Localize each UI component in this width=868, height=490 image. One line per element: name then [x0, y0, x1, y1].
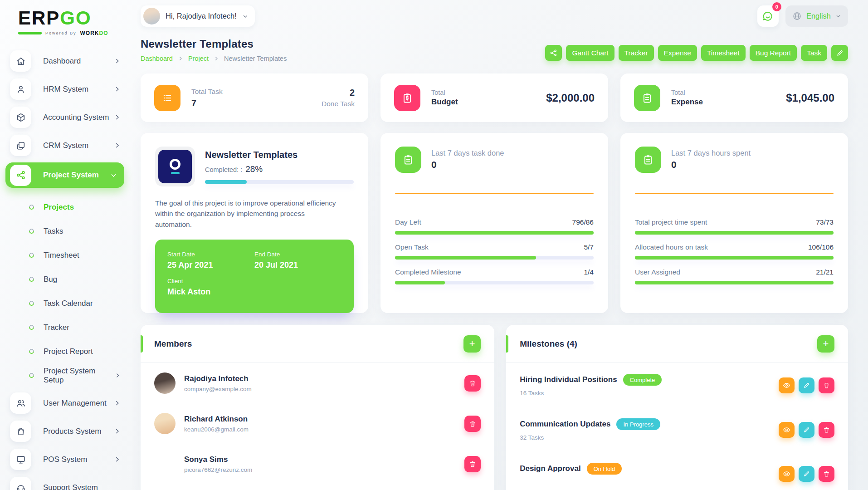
- hours-stats-card: Last 7 days hours spent 0 Total project …: [620, 133, 848, 313]
- project-progress-bar: [205, 180, 354, 184]
- delete-member-button[interactable]: [464, 416, 481, 432]
- view-milestone-button[interactable]: [779, 422, 795, 438]
- trash-icon: [823, 470, 830, 477]
- edit-milestone-button[interactable]: [799, 377, 814, 393]
- project-system-submenu: Projects Tasks Timesheet Bug Task Calend…: [10, 192, 124, 392]
- sidebar-item-hrm[interactable]: HRM System: [10, 78, 124, 100]
- breadcrumb-dashboard[interactable]: Dashboard: [141, 55, 173, 62]
- brand-wordmark: ERPGO: [18, 7, 132, 29]
- card-accent: [141, 335, 143, 353]
- total-task-value: 7: [191, 98, 223, 108]
- milestone-task-count: 32 Tasks: [520, 434, 660, 441]
- sidebar-item-pos-system[interactable]: POS System: [10, 448, 124, 470]
- edit-project-button[interactable]: [831, 45, 848, 61]
- edit-milestone-button[interactable]: [799, 466, 814, 482]
- add-milestone-button[interactable]: +: [817, 335, 834, 353]
- brand-logo[interactable]: ERPGO Powered By WORKDO: [18, 7, 132, 36]
- progress-row: Total project time spent 73/73: [635, 218, 834, 235]
- hours-chart-title: Last 7 days hours spent: [671, 149, 751, 157]
- cube-icon: [10, 107, 31, 128]
- eye-icon: [783, 426, 790, 434]
- members-card: Members + Rajodiya Infotech company@exam…: [141, 325, 494, 490]
- members-title: Members: [154, 339, 192, 349]
- share-nodes-icon: [10, 165, 31, 186]
- pencil-icon: [803, 382, 810, 389]
- chevron-right-icon: [114, 400, 121, 407]
- completed-value: 28%: [245, 164, 263, 174]
- workdo-wordmark: WORKDO: [80, 30, 108, 36]
- sidebar-item-project-system-setup[interactable]: Project System Setup: [29, 363, 124, 387]
- gantt-chart-button[interactable]: Gantt Chart: [566, 45, 614, 61]
- done-task-value: 2: [322, 88, 355, 98]
- trash-icon: [469, 420, 476, 427]
- delete-member-button[interactable]: [464, 456, 481, 472]
- user-avatar: [143, 8, 160, 24]
- pencil-icon: [836, 49, 844, 57]
- trash-icon: [469, 461, 476, 468]
- client-label: Client: [167, 278, 341, 284]
- status-badge: On Hold: [587, 463, 622, 475]
- member-row: Rajodiya Infotech company@example.com: [154, 363, 481, 403]
- delete-milestone-button[interactable]: [819, 377, 834, 393]
- view-milestone-button[interactable]: [779, 466, 795, 482]
- end-date-value: 20 Jul 2021: [254, 260, 341, 270]
- add-member-button[interactable]: +: [463, 335, 481, 353]
- sidebar-item-support-system[interactable]: Support System: [10, 476, 124, 490]
- expense-button[interactable]: Expense: [658, 45, 697, 61]
- messages-button[interactable]: 0: [757, 5, 779, 27]
- bug-report-button[interactable]: Bug Report: [750, 45, 797, 61]
- task-chart-title: Last 7 days task done: [431, 149, 504, 157]
- sidebar-item-crm[interactable]: CRM System: [10, 134, 124, 157]
- bullet-icon: [28, 348, 35, 355]
- chevron-right-icon: [114, 142, 121, 149]
- sidebar-item-user-management[interactable]: User Management: [10, 392, 124, 414]
- sidebar-item-timesheet[interactable]: Timesheet: [29, 243, 124, 267]
- notification-badge: 0: [772, 2, 781, 11]
- task-chart-line: [395, 193, 594, 194]
- delete-member-button[interactable]: [464, 375, 481, 392]
- sidebar-item-projects[interactable]: Projects: [29, 195, 124, 219]
- completed-label: Completed: :: [205, 166, 242, 173]
- view-milestone-button[interactable]: [779, 377, 795, 393]
- sidebar-item-accounting[interactable]: Accounting System: [10, 106, 124, 128]
- edit-milestone-button[interactable]: [799, 422, 814, 438]
- sidebar-item-tasks[interactable]: Tasks: [29, 219, 124, 243]
- expense-label: Expense: [671, 98, 703, 107]
- sidebar-item-task-calendar[interactable]: Task Calendar: [29, 291, 124, 315]
- chevron-right-icon: [178, 56, 183, 61]
- sidebar-item-project-report[interactable]: Project Report: [29, 339, 124, 363]
- task-button[interactable]: Task: [801, 45, 827, 61]
- member-row: Richard Atkinson keanu2006@gmail.com: [154, 403, 481, 444]
- bullet-icon: [28, 324, 35, 331]
- status-badge: Complete: [623, 374, 662, 386]
- main-content: Hi, Rajodiya Infotech! 0 English Newslet…: [132, 0, 868, 490]
- chevron-right-icon: [115, 372, 121, 378]
- sidebar-item-bug[interactable]: Bug: [29, 267, 124, 291]
- timesheet-button[interactable]: Timesheet: [701, 45, 746, 61]
- task-list-icon: [154, 85, 180, 111]
- monitor-icon: [10, 449, 31, 470]
- chevron-down-icon: [835, 13, 841, 19]
- done-task-label: Done Task: [322, 100, 355, 108]
- progress-bar: [395, 256, 594, 260]
- breadcrumb-current: Newsletter Templates: [224, 55, 287, 62]
- delete-milestone-button[interactable]: [819, 422, 834, 438]
- breadcrumb-project[interactable]: Project: [188, 55, 209, 62]
- breadcrumb: Dashboard Project Newsletter Templates: [141, 55, 287, 62]
- hours-chart-value: 0: [671, 159, 751, 170]
- budget-total-label: Total: [431, 89, 458, 96]
- sidebar-item-products-system[interactable]: Products System: [10, 420, 124, 442]
- delete-milestone-button[interactable]: [819, 466, 834, 482]
- sidebar-item-dashboard[interactable]: Dashboard: [10, 50, 124, 72]
- user-menu[interactable]: Hi, Rajodiya Infotech!: [141, 5, 255, 27]
- sidebar-item-project-system[interactable]: Project System: [5, 162, 124, 188]
- chevron-down-icon: [242, 13, 249, 20]
- tracker-button[interactable]: Tracker: [619, 45, 654, 61]
- share-button[interactable]: [545, 45, 562, 61]
- sidebar-item-tracker[interactable]: Tracker: [29, 315, 124, 339]
- milestones-title: Milestones (4): [520, 339, 577, 349]
- language-selector[interactable]: English: [785, 5, 848, 27]
- progress-bar: [635, 256, 834, 260]
- page-title: Newsletter Templates: [141, 38, 287, 50]
- total-expense-card: Total Expense $1,045.00: [620, 74, 848, 122]
